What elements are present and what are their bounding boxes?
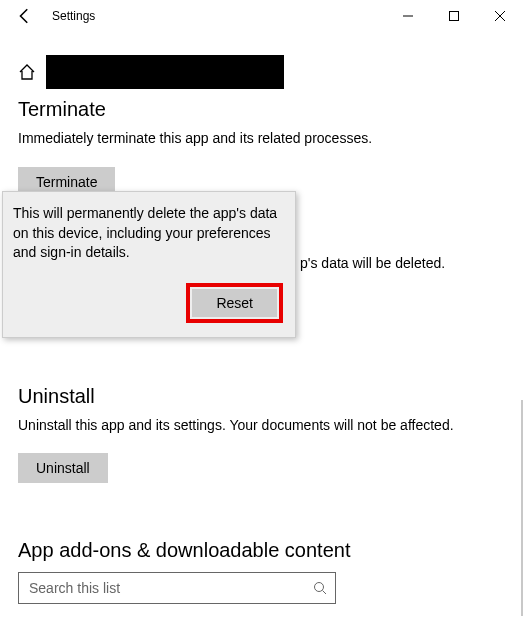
maximize-button[interactable] <box>431 0 477 32</box>
close-button[interactable] <box>477 0 523 32</box>
svg-point-4 <box>315 583 324 592</box>
app-name-redacted <box>46 55 284 89</box>
svg-line-5 <box>323 591 327 595</box>
addons-search[interactable] <box>18 572 336 604</box>
reset-confirm-button[interactable]: Reset <box>192 289 277 317</box>
addons-search-input[interactable] <box>27 579 313 597</box>
terminate-desc: Immediately terminate this app and its r… <box>18 129 505 149</box>
uninstall-button[interactable]: Uninstall <box>18 453 108 483</box>
title-bar: Settings <box>0 0 523 32</box>
reset-confirm-popup: This will permanently delete the app's d… <box>2 191 296 338</box>
window-controls <box>385 0 523 32</box>
terminate-heading: Terminate <box>18 98 505 121</box>
search-icon <box>313 581 327 595</box>
back-icon[interactable] <box>16 7 34 25</box>
svg-rect-1 <box>450 12 459 21</box>
uninstall-heading: Uninstall <box>18 385 505 408</box>
highlight-box: Reset <box>186 283 283 323</box>
window-title: Settings <box>52 9 95 23</box>
reset-confirm-text: This will permanently delete the app's d… <box>13 204 283 263</box>
home-icon[interactable] <box>18 63 36 81</box>
minimize-button[interactable] <box>385 0 431 32</box>
uninstall-desc: Uninstall this app and its settings. You… <box>18 416 505 436</box>
addons-heading: App add-ons & downloadable content <box>18 539 505 562</box>
